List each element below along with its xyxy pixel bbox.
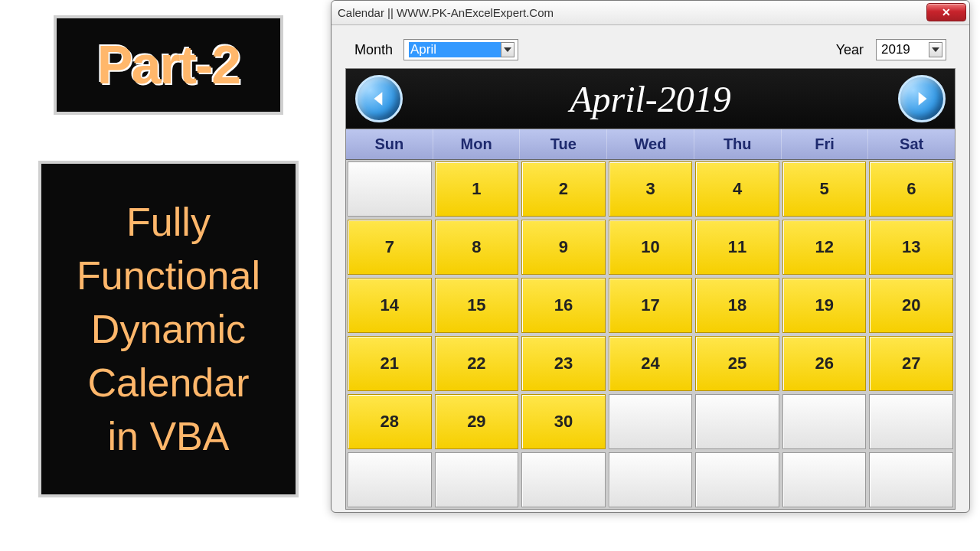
controls-row: Month April Year 2019 bbox=[332, 25, 969, 68]
weekday-header: Thu bbox=[694, 129, 782, 159]
empty-cell bbox=[869, 452, 953, 507]
chevron-down-icon bbox=[929, 42, 942, 57]
day-cell[interactable]: 28 bbox=[348, 394, 432, 449]
calendar-week: 14151617181920 bbox=[346, 276, 955, 334]
empty-cell bbox=[348, 161, 432, 217]
day-cell[interactable]: 1 bbox=[435, 161, 519, 217]
close-button[interactable]: ✕ bbox=[926, 3, 966, 21]
day-cell[interactable]: 23 bbox=[521, 336, 606, 391]
month-value: April bbox=[409, 42, 501, 57]
day-cell[interactable]: 17 bbox=[609, 278, 693, 333]
weekday-header: Sun bbox=[346, 129, 433, 159]
day-cell[interactable]: 25 bbox=[695, 336, 779, 391]
chevron-right-icon bbox=[912, 87, 932, 110]
window-titlebar[interactable]: Calendar || WWW.PK-AnExcelExpert.Com ✕ bbox=[332, 1, 969, 25]
window-title: Calendar || WWW.PK-AnExcelExpert.Com bbox=[338, 6, 554, 19]
day-cell[interactable]: 27 bbox=[869, 336, 953, 391]
weekday-header: Mon bbox=[433, 129, 521, 159]
weekday-row: SunMonTueWedThuFriSat bbox=[346, 129, 955, 160]
day-cell[interactable]: 29 bbox=[435, 394, 519, 449]
day-cell[interactable]: 19 bbox=[782, 278, 867, 333]
day-cell[interactable]: 20 bbox=[869, 278, 953, 333]
day-cell[interactable]: 21 bbox=[348, 336, 432, 391]
description-text: Fully Functional Dynamic Calendar in VBA bbox=[77, 195, 260, 464]
weekday-header: Sat bbox=[868, 129, 955, 159]
month-label: Month bbox=[354, 42, 393, 58]
day-cell[interactable]: 14 bbox=[348, 278, 432, 333]
calendar-week: 21222324252627 bbox=[346, 334, 955, 393]
title-card-text: Part-2 bbox=[97, 34, 240, 96]
day-cell[interactable]: 26 bbox=[782, 336, 867, 391]
month-year-title: April-2019 bbox=[403, 78, 898, 120]
day-cell[interactable]: 11 bbox=[695, 220, 779, 275]
day-cell[interactable]: 18 bbox=[695, 278, 779, 333]
empty-cell bbox=[609, 452, 693, 507]
day-cell[interactable]: 7 bbox=[348, 220, 432, 275]
day-cell[interactable]: 4 bbox=[695, 161, 779, 217]
day-cell[interactable]: 10 bbox=[609, 220, 693, 275]
day-cell[interactable]: 9 bbox=[521, 220, 606, 275]
empty-cell bbox=[695, 452, 779, 507]
prev-month-button[interactable] bbox=[355, 75, 403, 122]
day-cell[interactable]: 8 bbox=[435, 220, 519, 275]
month-combobox[interactable]: April bbox=[403, 39, 518, 60]
weekday-header: Wed bbox=[607, 129, 694, 159]
year-value: 2019 bbox=[881, 42, 929, 57]
empty-cell bbox=[869, 394, 953, 449]
chevron-left-icon bbox=[369, 87, 389, 110]
close-icon: ✕ bbox=[942, 6, 951, 18]
empty-cell bbox=[782, 394, 867, 449]
day-cell[interactable]: 30 bbox=[521, 394, 606, 449]
day-cell[interactable]: 24 bbox=[609, 336, 693, 391]
calendar-header: April-2019 bbox=[346, 69, 955, 129]
day-cell[interactable]: 12 bbox=[782, 220, 867, 275]
calendar-grid: 1234567891011121314151617181920212223242… bbox=[346, 160, 955, 509]
empty-cell bbox=[521, 452, 606, 507]
day-cell[interactable]: 5 bbox=[782, 161, 867, 217]
next-month-button[interactable] bbox=[898, 75, 946, 122]
weekday-header: Tue bbox=[520, 129, 607, 159]
year-combobox[interactable]: 2019 bbox=[876, 39, 946, 60]
empty-cell bbox=[609, 394, 693, 449]
calendar-week: 78910111213 bbox=[346, 218, 955, 276]
calendar-week: 123456 bbox=[346, 160, 955, 218]
empty-cell bbox=[782, 452, 867, 507]
calendar-week: 282930 bbox=[346, 393, 955, 451]
empty-cell bbox=[695, 394, 779, 449]
title-card: Part-2 bbox=[54, 15, 283, 115]
day-cell[interactable]: 3 bbox=[609, 161, 693, 217]
day-cell[interactable]: 22 bbox=[435, 336, 519, 391]
calendar-panel: April-2019 SunMonTueWedThuFriSat 1234567… bbox=[345, 68, 956, 510]
day-cell[interactable]: 13 bbox=[869, 220, 953, 275]
day-cell[interactable]: 16 bbox=[521, 278, 606, 333]
chevron-down-icon bbox=[501, 42, 514, 57]
empty-cell bbox=[435, 452, 519, 507]
year-label: Year bbox=[836, 42, 864, 58]
day-cell[interactable]: 2 bbox=[521, 161, 606, 217]
day-cell[interactable]: 6 bbox=[869, 161, 953, 217]
weekday-header: Fri bbox=[782, 129, 869, 159]
day-cell[interactable]: 15 bbox=[435, 278, 519, 333]
description-card: Fully Functional Dynamic Calendar in VBA bbox=[38, 161, 299, 497]
calendar-week bbox=[346, 451, 955, 509]
empty-cell bbox=[348, 452, 432, 507]
calendar-window: Calendar || WWW.PK-AnExcelExpert.Com ✕ M… bbox=[331, 0, 970, 513]
